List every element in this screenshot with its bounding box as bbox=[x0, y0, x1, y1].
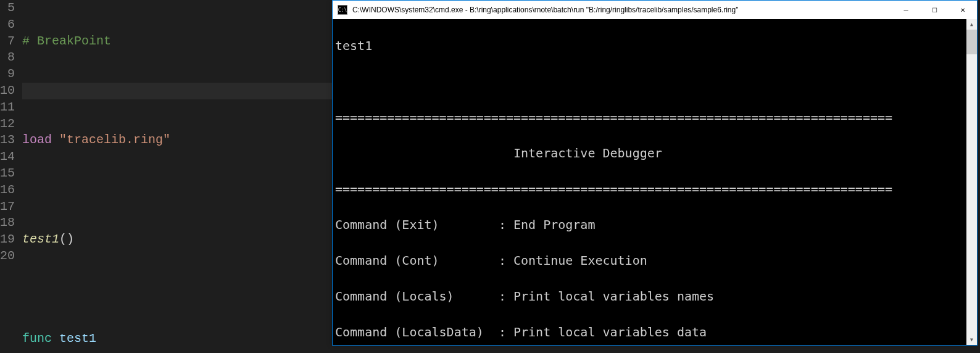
code-token: # BreakPoint bbox=[22, 34, 111, 48]
code-content[interactable]: # BreakPoint load "tracelib.ring" test1(… bbox=[19, 0, 332, 353]
terminal-output[interactable]: test1 ==================================… bbox=[333, 19, 977, 345]
terminal-line: Command (LocalsData) : Print local varia… bbox=[335, 323, 974, 341]
close-button[interactable]: ✕ bbox=[949, 1, 977, 19]
line-number-gutter: 5 6 7 8 9 10 11 12 13 14 15 16 17 18 19 … bbox=[0, 0, 19, 353]
code-token: func bbox=[22, 331, 52, 346]
code-token: "tracelib.ring" bbox=[59, 133, 170, 147]
window-title: C:\WINDOWS\system32\cmd.exe - B:\ring\ap… bbox=[352, 6, 892, 14]
scroll-up-arrow-icon[interactable]: ▲ bbox=[966, 19, 977, 30]
code-token: load bbox=[22, 133, 52, 147]
code-token: test1 bbox=[22, 232, 59, 246]
terminal-line: Command (Locals) : Print local variables… bbox=[335, 288, 974, 305]
window-titlebar[interactable]: C:\ C:\WINDOWS\system32\cmd.exe - B:\rin… bbox=[333, 1, 977, 19]
terminal-line: ========================================… bbox=[335, 109, 974, 127]
cmd-icon: C:\ bbox=[338, 5, 347, 15]
vertical-scrollbar[interactable]: ▲ ▼ bbox=[966, 19, 977, 345]
scroll-thumb[interactable] bbox=[966, 30, 977, 54]
code-token: () bbox=[59, 232, 74, 246]
terminal-heading: Interactive Debugger bbox=[335, 144, 974, 162]
terminal-line: Command (Exit) : End Program bbox=[335, 216, 974, 234]
window-controls: ─ ☐ ✕ bbox=[892, 1, 977, 19]
terminal-line: ========================================… bbox=[335, 180, 974, 198]
minimize-button[interactable]: ─ bbox=[892, 1, 920, 19]
maximize-button[interactable]: ☐ bbox=[920, 1, 949, 19]
terminal-line: test1 bbox=[335, 37, 974, 55]
terminal-line: Command (Cont) : Continue Execution bbox=[335, 252, 974, 270]
code-editor[interactable]: 5 6 7 8 9 10 11 12 13 14 15 16 17 18 19 … bbox=[0, 0, 332, 353]
scroll-down-arrow-icon[interactable]: ▼ bbox=[966, 334, 977, 345]
cmd-window[interactable]: C:\ C:\WINDOWS\system32\cmd.exe - B:\rin… bbox=[332, 0, 978, 346]
code-token: test1 bbox=[52, 331, 96, 346]
